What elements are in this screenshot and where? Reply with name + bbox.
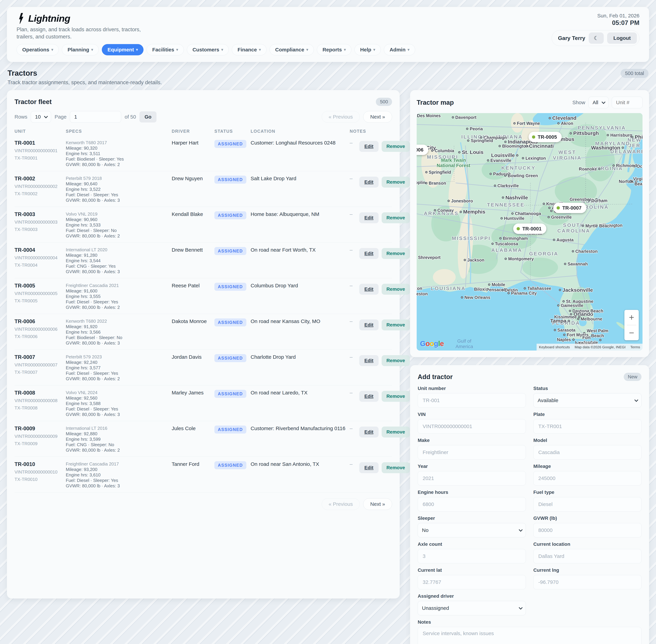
previous-page-button-bottom[interactable]: « Previous [322, 498, 360, 510]
edit-button[interactable]: Edit [359, 248, 379, 259]
remove-button[interactable]: Remove [382, 427, 410, 437]
edit-button[interactable]: Edit [359, 284, 379, 295]
current-lat-input[interactable] [418, 575, 526, 589]
edit-button[interactable]: Edit [359, 141, 379, 152]
notes-cell: – [350, 354, 359, 382]
nav-item-operations[interactable]: Operations▾ [17, 44, 59, 55]
current-location-input[interactable] [533, 549, 641, 564]
google-logo-letter: l [438, 340, 440, 348]
spec-line: GVWR: 80,000 lb · Axles: 3 [66, 412, 172, 417]
map-canvas[interactable]: PENNSYLVANIAILLINOISINDIANAMARYLANDNEW J… [417, 113, 642, 350]
edit-button[interactable]: Edit [359, 319, 379, 330]
remove-button[interactable]: Remove [382, 462, 410, 473]
edit-button[interactable]: Edit [359, 212, 379, 223]
edit-button[interactable]: Edit [359, 355, 379, 366]
spec-line: Fuel: Diesel · Sleeper: Yes [66, 192, 172, 198]
nav-item-compliance[interactable]: Compliance▾ [270, 44, 314, 55]
axle-count-input[interactable] [418, 549, 526, 564]
total-badge: 500 total [620, 69, 649, 78]
city-name: Joplin [417, 180, 425, 185]
unit-vin: VINTR000000000009 [15, 434, 66, 439]
nav-item-planning[interactable]: Planning▾ [62, 44, 99, 55]
edit-button[interactable]: Edit [359, 427, 379, 437]
nav-item-customers[interactable]: Customers▾ [187, 44, 229, 55]
page-number-input[interactable] [70, 111, 121, 123]
edit-button[interactable]: Edit [359, 391, 379, 402]
city-label: Cleveland [549, 115, 576, 121]
remove-button[interactable]: Remove [382, 212, 410, 223]
specs-cell: International LT 2016Mileage: 92,880Engi… [66, 426, 172, 453]
tractor-marker-tr-0006[interactable]: TR-0006 [417, 145, 428, 155]
notes-cell: – [350, 176, 359, 203]
remove-button[interactable]: Remove [382, 284, 410, 295]
zoom-in-button[interactable]: + [625, 310, 639, 325]
map-attribution: Keyboard shortcuts Map data ©2026 Google… [537, 344, 642, 350]
field-vin: VIN [418, 412, 526, 434]
city-dot-icon [499, 237, 502, 239]
page-subtitle: Track tractor assignments, specs, and ma… [7, 79, 162, 86]
previous-page-button[interactable]: « Previous [322, 111, 360, 123]
tractor-marker-tr-0001[interactable]: TR-0001 [513, 224, 546, 234]
keyboard-shortcuts-link[interactable]: Keyboard shortcuts [537, 344, 572, 350]
nav-item-finance[interactable]: Finance▾ [232, 44, 266, 55]
go-button[interactable]: Go [139, 111, 157, 122]
notes-cell: – [350, 211, 359, 239]
edit-button[interactable]: Edit [359, 177, 379, 188]
remove-button[interactable]: Remove [382, 355, 410, 366]
status-badge: ASSIGNED [214, 211, 246, 219]
city-name: Gainesville [561, 303, 583, 308]
gvwr-lb--input[interactable] [533, 523, 641, 537]
tractor-marker-tr-0005[interactable]: TR-0005 [528, 132, 562, 142]
engine-hours-input[interactable] [418, 497, 526, 511]
city-name: Tallahassee [527, 286, 551, 291]
map-unit-filter-input[interactable] [612, 97, 642, 108]
logout-button[interactable]: Logout [607, 32, 637, 44]
city-dot-icon [488, 283, 490, 285]
current-lng-input[interactable] [533, 575, 641, 589]
nav-item-facilities[interactable]: Facilities▾ [146, 44, 184, 55]
specs-cell: Volvo VNL 2019Mileage: 90,960Engine hrs:… [66, 211, 172, 239]
notes-textarea[interactable] [418, 627, 641, 644]
rows-per-page-select[interactable]: 10 [31, 111, 51, 123]
model-input[interactable] [533, 445, 641, 460]
column-header-driver: DRIVER [172, 129, 214, 134]
specs-cell: Peterbilt 579 2023Mileage: 92,240Engine … [66, 354, 172, 382]
nav-item-help[interactable]: Help▾ [355, 44, 381, 55]
remove-button[interactable]: Remove [382, 177, 410, 188]
zoom-out-button[interactable]: − [625, 325, 639, 340]
dark-mode-toggle[interactable]: ☾ [589, 32, 604, 44]
unit-number-input[interactable] [418, 393, 526, 408]
edit-button[interactable]: Edit [359, 462, 379, 473]
next-page-button[interactable]: Next » [363, 111, 392, 123]
sleeper-select[interactable]: No [418, 523, 526, 537]
city-name: Myrtle Beach [585, 224, 612, 228]
terms-link[interactable]: Terms [628, 344, 642, 350]
city-name: Bloomington [502, 144, 528, 148]
map-show-select[interactable]: All [588, 97, 609, 108]
tractor-marker-tr-0007[interactable]: TR-0007 [553, 203, 586, 213]
next-page-button-bottom[interactable]: Next » [363, 498, 392, 510]
status-cell: ASSIGNED [214, 461, 251, 488]
spec-line: Engine hrs: 3,566 [66, 329, 172, 335]
city-dot-icon [513, 122, 516, 124]
unit-plate: TX-TR0001 [15, 156, 66, 161]
vin-input[interactable] [418, 419, 526, 434]
mileage-input[interactable] [533, 471, 641, 485]
remove-button[interactable]: Remove [382, 319, 410, 330]
chevron-down-icon: ▾ [344, 47, 346, 52]
remove-button[interactable]: Remove [382, 141, 410, 152]
remove-button[interactable]: Remove [382, 248, 410, 259]
nav-item-equipment[interactable]: Equipment▾ [102, 44, 143, 55]
status-select[interactable]: Available [533, 393, 641, 408]
spec-line: Mileage: 90,960 [66, 217, 172, 222]
nav-item-reports[interactable]: Reports▾ [317, 44, 352, 55]
fuel-type-input[interactable] [533, 497, 641, 511]
select-value: No [422, 527, 428, 533]
make-input[interactable] [418, 445, 526, 460]
spec-line: Engine hrs: 3,544 [66, 258, 172, 263]
plate-input[interactable] [533, 419, 641, 434]
nav-item-admin[interactable]: Admin▾ [384, 44, 415, 55]
remove-button[interactable]: Remove [382, 391, 410, 402]
assigned-driver-select[interactable]: Unassigned [418, 601, 526, 615]
year-input[interactable] [418, 471, 526, 485]
